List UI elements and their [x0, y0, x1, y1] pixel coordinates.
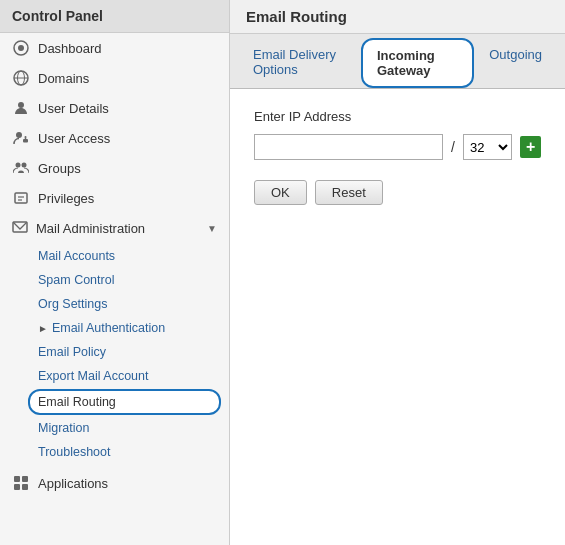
tab-incoming-gateway[interactable]: Incoming Gateway — [361, 38, 474, 88]
svg-rect-18 — [14, 484, 20, 490]
sidebar-item-spam-control[interactable]: Spam Control — [0, 268, 229, 292]
svg-point-11 — [22, 163, 27, 168]
sidebar-item-domains-label: Domains — [38, 71, 89, 86]
content-area: Enter IP Address / 32 24 16 8 + OK Reset — [230, 89, 565, 545]
sidebar-item-org-settings[interactable]: Org Settings — [0, 292, 229, 316]
sidebar-item-export-mail-account-label: Export Mail Account — [38, 369, 148, 383]
mail-admin-icon — [12, 219, 28, 238]
sidebar-item-email-policy[interactable]: Email Policy — [0, 340, 229, 364]
sidebar-item-dashboard[interactable]: Dashboard — [0, 33, 229, 63]
main-content: Email Routing Email Delivery Options Inc… — [230, 0, 565, 545]
sidebar-item-email-routing-label: Email Routing — [38, 395, 116, 409]
ip-input-row: / 32 24 16 8 + — [254, 134, 541, 160]
groups-icon — [12, 159, 30, 177]
ip-address-input[interactable] — [254, 134, 443, 160]
user-details-icon — [12, 99, 30, 117]
svg-rect-17 — [22, 476, 28, 482]
sidebar-item-dashboard-label: Dashboard — [38, 41, 102, 56]
sidebar-item-privileges[interactable]: Privileges — [0, 183, 229, 213]
sidebar-item-email-policy-label: Email Policy — [38, 345, 106, 359]
svg-point-1 — [18, 45, 24, 51]
sidebar-item-user-details-label: User Details — [38, 101, 109, 116]
svg-point-10 — [16, 163, 21, 168]
add-ip-button[interactable]: + — [520, 136, 541, 158]
slash-separator: / — [451, 139, 455, 155]
sidebar-item-groups[interactable]: Groups — [0, 153, 229, 183]
expand-icon: ▼ — [207, 223, 217, 234]
sidebar-item-troubleshoot[interactable]: Troubleshoot — [0, 440, 229, 464]
sidebar-item-applications[interactable]: Applications — [0, 468, 229, 498]
sidebar-header: Control Panel — [0, 0, 229, 33]
sidebar-item-domains[interactable]: Domains — [0, 63, 229, 93]
ok-button[interactable]: OK — [254, 180, 307, 205]
sidebar-item-email-routing[interactable]: Email Routing — [28, 389, 221, 415]
svg-rect-12 — [15, 193, 27, 203]
action-buttons: OK Reset — [254, 180, 541, 205]
sidebar-item-applications-label: Applications — [38, 476, 108, 491]
sidebar-item-email-authentication-label: Email Authentication — [52, 321, 165, 335]
sidebar-item-mail-accounts-label: Mail Accounts — [38, 249, 115, 263]
cidr-select[interactable]: 32 24 16 8 — [463, 134, 512, 160]
sidebar-item-user-access[interactable]: User Access — [0, 123, 229, 153]
sidebar-item-email-authentication[interactable]: ► Email Authentication — [0, 316, 229, 340]
tabs-bar: Email Delivery Options Incoming Gateway … — [230, 34, 565, 89]
sidebar-item-mail-admin[interactable]: Mail Administration ▼ — [0, 213, 229, 244]
svg-rect-7 — [23, 139, 28, 143]
sidebar-item-privileges-label: Privileges — [38, 191, 94, 206]
tab-email-delivery-options[interactable]: Email Delivery Options — [238, 38, 361, 88]
dashboard-icon — [12, 39, 30, 57]
sidebar: Control Panel Dashboard Domains User Det… — [0, 0, 230, 545]
sidebar-item-groups-label: Groups — [38, 161, 81, 176]
sidebar-item-user-access-label: User Access — [38, 131, 110, 146]
privileges-icon — [12, 189, 30, 207]
domains-icon — [12, 69, 30, 87]
sidebar-item-org-settings-label: Org Settings — [38, 297, 107, 311]
sidebar-item-migration-label: Migration — [38, 421, 89, 435]
ip-address-label: Enter IP Address — [254, 109, 541, 124]
applications-icon — [12, 474, 30, 492]
svg-rect-19 — [22, 484, 28, 490]
sidebar-item-troubleshoot-label: Troubleshoot — [38, 445, 111, 459]
reset-button[interactable]: Reset — [315, 180, 383, 205]
sidebar-item-spam-control-label: Spam Control — [38, 273, 114, 287]
svg-point-6 — [16, 132, 22, 138]
sidebar-item-user-details[interactable]: User Details — [0, 93, 229, 123]
svg-rect-16 — [14, 476, 20, 482]
sidebar-item-migration[interactable]: Migration — [0, 416, 229, 440]
mail-admin-label: Mail Administration — [36, 221, 145, 236]
svg-point-5 — [18, 102, 24, 108]
arrow-icon: ► — [38, 323, 48, 334]
user-access-icon — [12, 129, 30, 147]
sidebar-item-export-mail-account[interactable]: Export Mail Account — [0, 364, 229, 388]
svg-point-9 — [25, 136, 27, 138]
sidebar-item-mail-accounts[interactable]: Mail Accounts — [0, 244, 229, 268]
main-title: Email Routing — [230, 0, 565, 34]
tab-outgoing[interactable]: Outgoing — [474, 38, 557, 88]
